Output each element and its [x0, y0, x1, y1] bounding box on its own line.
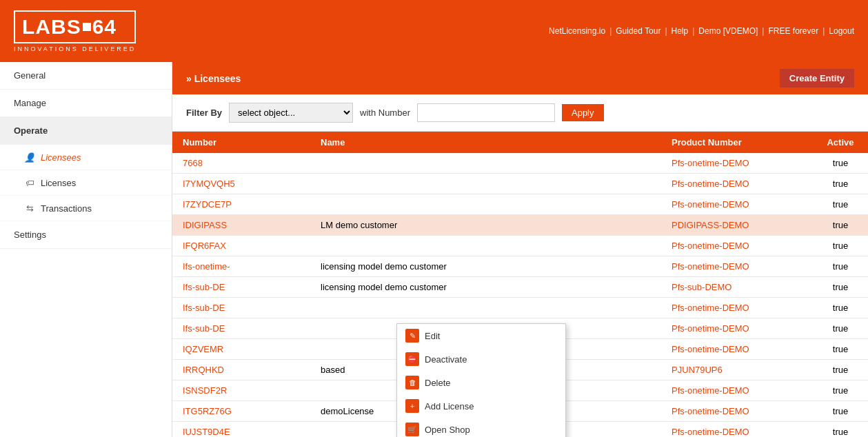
cell-active: true: [813, 256, 868, 277]
arrows-icon: ⇆: [24, 203, 35, 214]
cell-active: true: [813, 215, 868, 236]
cell-name: [310, 236, 661, 256]
col-header-number: Number: [172, 132, 310, 153]
cell-active: true: [813, 194, 868, 215]
ctx-open-shop[interactable]: 🛒 Open Shop: [397, 418, 565, 437]
table-row: Ifs-sub-DEPfs-onetime-DEMOtrue: [172, 298, 868, 318]
sidebar-item-manage[interactable]: Manage: [0, 90, 172, 117]
ctx-open-shop-label: Open Shop: [425, 425, 470, 435]
cell-name: licensing model demo customer: [310, 277, 661, 298]
product-number-link[interactable]: Pfs-onetime-DEMO: [672, 406, 749, 416]
product-number-link[interactable]: Pfs-onetime-DEMO: [672, 323, 749, 334]
product-number-link[interactable]: Pfs-onetime-DEMO: [672, 179, 749, 189]
cell-number: Ifs-onetime-: [172, 256, 310, 277]
cell-number: IRRQHKD: [172, 360, 310, 380]
licensee-number-link[interactable]: Ifs-sub-DE: [183, 303, 225, 313]
col-header-product: Product Number: [661, 132, 813, 153]
main-content: » Licensees Create Entity Filter By sele…: [172, 62, 868, 437]
sidebar-item-settings[interactable]: Settings: [0, 221, 172, 249]
nav-guided-tour[interactable]: Guided Tour: [616, 26, 660, 36]
cell-number: Ifs-sub-DE: [172, 318, 310, 339]
cell-active: true: [813, 236, 868, 256]
product-number-link[interactable]: Pfs-onetime-DEMO: [672, 241, 749, 251]
nav-help[interactable]: Help: [672, 26, 689, 36]
product-number-link[interactable]: Pfs-onetime-DEMO: [672, 385, 749, 396]
table-container: Number Name Product Number Active 7668Pf…: [172, 132, 868, 437]
nav-free-forever[interactable]: FREE forever: [768, 26, 818, 36]
licensee-number-link[interactable]: 7668: [183, 158, 203, 168]
cell-active: true: [813, 277, 868, 298]
ctx-add-license[interactable]: + Add License: [397, 394, 565, 418]
table-row: IDIGIPASSLM demo customerPDIGIPASS-DEMOt…: [172, 215, 868, 236]
filter-select[interactable]: select object...: [229, 103, 353, 123]
licensee-number-link[interactable]: IUJST9D4E: [183, 427, 230, 437]
logo: LABS 64 INNOVATIONS DELIVERED: [14, 10, 136, 52]
cell-name: [310, 174, 661, 194]
product-number-link[interactable]: Pfs-onetime-DEMO: [672, 261, 749, 272]
edit-icon: ✎: [405, 329, 419, 343]
page-title: » Licensees: [186, 73, 241, 84]
sidebar-sub-licensees[interactable]: 👤 Licensees: [0, 145, 172, 170]
table-row: I7YMQVQH5Pfs-onetime-DEMOtrue: [172, 174, 868, 194]
logo-labs: LABS: [22, 15, 81, 39]
layout: General Manage Operate 👤 Licensees 🏷 Lic…: [0, 62, 868, 437]
licensee-number-link[interactable]: IDIGIPASS: [183, 220, 227, 230]
ctx-delete-label: Delete: [425, 378, 451, 388]
product-number-link[interactable]: Pfs-onetime-DEMO: [672, 303, 749, 313]
sidebar-item-general[interactable]: General: [0, 62, 172, 90]
licensee-number-link[interactable]: Ifs-sub-DE: [183, 323, 225, 334]
delete-icon: 🗑: [405, 376, 419, 389]
cell-number: Ifs-sub-DE: [172, 298, 310, 318]
table-row: Ifs-sub-DElicensing model demo customerP…: [172, 277, 868, 298]
nav-demo[interactable]: Demo [VDEMO]: [698, 26, 758, 36]
product-number-link[interactable]: Pfs-sub-DEMO: [672, 282, 731, 292]
product-number-link[interactable]: Pfs-onetime-DEMO: [672, 427, 749, 437]
context-menu: ✎ Edit ⛔ Deactivate 🗑 Delete + Add Licen…: [396, 323, 566, 437]
logo-box: LABS 64: [14, 10, 136, 43]
tagline: INNOVATIONS DELIVERED: [14, 45, 136, 52]
nav-logout[interactable]: Logout: [829, 26, 854, 36]
licensee-number-link[interactable]: IRRQHKD: [183, 365, 224, 375]
logo-64: 64: [92, 15, 117, 39]
page-header: » Licensees Create Entity: [172, 62, 868, 94]
cell-product: Pfs-onetime-DEMO: [661, 339, 813, 360]
licensee-number-link[interactable]: ITG5RZ76G: [183, 406, 232, 416]
apply-button[interactable]: Apply: [562, 104, 604, 121]
nav-links: NetLicensing.io | Guided Tour | Help | D…: [549, 26, 854, 36]
cell-product: PDIGIPASS-DEMO: [661, 215, 813, 236]
licensee-number-link[interactable]: Ifs-onetime-: [183, 261, 230, 272]
product-number-link[interactable]: Pfs-onetime-DEMO: [672, 199, 749, 210]
licensee-number-link[interactable]: ISNSDF2R: [183, 385, 227, 396]
cell-active: true: [813, 380, 868, 401]
licensee-number-link[interactable]: IQZVEMR: [183, 344, 223, 354]
licensee-number-link[interactable]: I7ZYDCE7P: [183, 199, 232, 210]
person-icon: 👤: [24, 152, 35, 163]
cell-product: Pfs-onetime-DEMO: [661, 380, 813, 401]
licensee-number-link[interactable]: IFQR6FAX: [183, 241, 226, 251]
product-number-link[interactable]: PDIGIPASS-DEMO: [672, 220, 749, 230]
product-number-link[interactable]: Pfs-onetime-DEMO: [672, 344, 749, 354]
ctx-edit[interactable]: ✎ Edit: [397, 324, 565, 347]
product-number-link[interactable]: PJUN79UP6: [672, 365, 723, 375]
cell-active: true: [813, 153, 868, 174]
licensee-number-link[interactable]: I7YMQVQH5: [183, 179, 235, 189]
cell-product: Pfs-onetime-DEMO: [661, 174, 813, 194]
cell-product: Pfs-onetime-DEMO: [661, 422, 813, 438]
licensee-number-link[interactable]: Ifs-sub-DE: [183, 282, 225, 292]
ctx-deactivate[interactable]: ⛔ Deactivate: [397, 347, 565, 371]
cell-product: Pfs-onetime-DEMO: [661, 298, 813, 318]
add-license-icon: +: [405, 399, 419, 413]
cell-number: I7ZYDCE7P: [172, 194, 310, 215]
product-number-link[interactable]: Pfs-onetime-DEMO: [672, 158, 749, 168]
deactivate-icon: ⛔: [405, 352, 419, 366]
ctx-delete[interactable]: 🗑 Delete: [397, 371, 565, 394]
nav-netlicensing[interactable]: NetLicensing.io: [549, 26, 605, 36]
logo-square: [83, 23, 91, 31]
sidebar-sub-licenses[interactable]: 🏷 Licenses: [0, 170, 172, 196]
filter-number-input[interactable]: [417, 103, 555, 122]
sidebar-item-operate[interactable]: Operate: [0, 117, 172, 145]
table-row: I7ZYDCE7PPfs-onetime-DEMOtrue: [172, 194, 868, 215]
create-entity-button[interactable]: Create Entity: [780, 69, 854, 88]
logo-text: LABS 64: [22, 15, 128, 39]
sidebar-sub-transactions[interactable]: ⇆ Transactions: [0, 196, 172, 221]
